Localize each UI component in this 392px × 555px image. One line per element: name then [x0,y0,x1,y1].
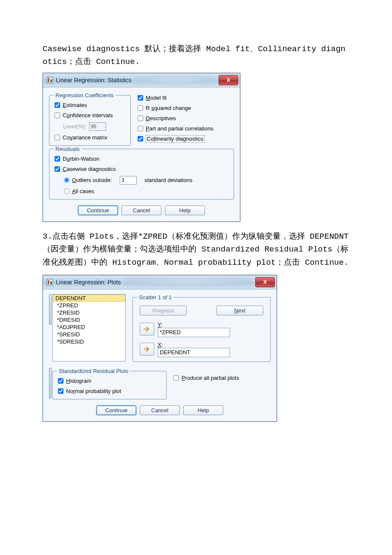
close-icon: X [263,279,267,285]
arrow-right-icon [144,326,150,332]
next-button[interactable]: Next [216,306,263,315]
paragraph-1: Casewise diagnostics 默认；接着选择 Model fit、C… [43,43,349,69]
titlebar-blur [135,76,214,84]
app-icon [46,279,53,286]
list-item[interactable]: *ZPRED [53,302,125,309]
list-item[interactable]: *ZRESID [53,309,125,316]
sd-input[interactable] [120,176,137,185]
svg-rect-2 [50,79,52,82]
model-fit-checkbox[interactable]: Model fit [138,95,213,101]
close-button[interactable]: X [219,75,238,85]
part-partial-correlations-checkbox[interactable]: Part and partial correlations [138,125,213,132]
button-row: Continue Cancel Help [49,405,271,415]
checkbox-label: Descriptives [146,115,176,122]
previous-button: Previous [140,306,187,315]
paragraph-2: 3.点击右侧 Plots，选择*ZPRED（标准化预测值）作为纵轴变量，选择 D… [43,230,349,269]
checkbox-label: Durbin-Watson [63,156,99,162]
dialog-title: Linear Regression: Plots [56,279,121,286]
statistics-dialog: Linear Regression: Statistics X Regressi… [43,73,240,222]
help-button[interactable]: Help [183,405,223,415]
all-cases-radio[interactable]: All cases [64,188,229,195]
level-input [89,122,106,131]
group-label: Regression Coefficients [54,92,115,98]
list-item[interactable]: *DRESID [53,316,125,324]
move-to-y-button[interactable] [140,323,154,335]
checkbox-label: Confidence intervals [63,112,113,119]
durbin-watson-checkbox[interactable]: Durbin-Watson [55,156,229,162]
normal-probability-plot-checkbox[interactable]: Normal probability plot [58,388,162,395]
residuals-group: Residuals Durbin-Watson Casewise diagnos… [49,146,234,199]
titlebar: Linear Regression: Plots X [43,275,277,289]
outliers-outside-radio[interactable]: Outliers outside: [64,177,112,184]
estimates-checkbox[interactable]: Estimates [55,102,126,109]
confidence-intervals-checkbox[interactable]: Confidence intervals [55,112,126,119]
checkbox-label: Collinearity diagnostics [146,136,204,142]
r-squared-change-checkbox[interactable]: R squared change [138,105,213,112]
continue-button[interactable]: Continue [96,405,136,415]
titlebar-blur [125,278,251,286]
scatter-group: Scatter 1 of 1 Previous Next Y [133,294,271,362]
checkbox-label: Histogram [66,378,91,384]
svg-rect-5 [50,281,52,284]
histogram-checkbox[interactable]: Histogram [58,378,162,384]
checkbox-label: Covariance matrix [63,134,107,141]
checkbox-label: Model fit [146,95,167,101]
checkbox-label: Normal probability plot [66,388,121,395]
app-icon [46,77,53,84]
sd-units-label: standard deviations [144,177,193,183]
continue-button[interactable]: Continue [78,205,118,215]
y-input[interactable] [158,328,230,337]
covariance-matrix-checkbox[interactable]: Covariance matrix [55,134,126,141]
left-handle [49,368,52,399]
group-label: Residuals [54,146,81,152]
dialog-title: Linear Regression: Statistics [56,77,131,84]
x-input[interactable] [158,348,230,357]
outliers-row: Outliers outside: standard deviations [64,176,229,185]
help-button[interactable]: Help [165,205,205,215]
list-item[interactable]: DEPENDNT [53,295,125,302]
cancel-button[interactable]: Cancel [140,405,180,415]
list-item[interactable]: *SRESID [53,331,125,338]
checkbox-label: Produce all partial plots [182,375,239,382]
button-row: Continue Cancel Help [49,205,234,215]
x-label: X: [158,341,230,348]
checkbox-label: Estimates [63,102,87,109]
checkbox-label: Casewise diagnostics [63,166,116,173]
plots-dialog: Linear Regression: Plots X DEPENDNT *ZPR… [43,275,277,422]
radio-label: Outliers outside: [72,177,112,184]
left-handle [49,294,52,325]
collinearity-diagnostics-checkbox[interactable]: Collinearity diagnostics [138,136,213,142]
level-field: Level(%): [63,122,126,131]
y-label: Y: [158,321,230,328]
level-label: Level(%): [63,123,86,130]
regression-coefficients-group: Regression Coefficients Estimates Confid… [49,92,131,146]
cancel-button[interactable]: Cancel [121,205,161,215]
radio-label: All cases [72,188,94,195]
svg-rect-4 [48,280,49,284]
descriptives-checkbox[interactable]: Descriptives [138,115,213,122]
casewise-diagnostics-checkbox[interactable]: Casewise diagnostics [55,166,229,173]
checkbox-label: R squared change [146,105,191,112]
produce-all-partial-plots-checkbox[interactable]: Produce all partial plots [173,375,239,382]
titlebar: Linear Regression: Statistics X [43,73,240,87]
arrow-right-icon [144,346,150,352]
list-item[interactable]: *SDRESID [53,338,125,345]
variable-list[interactable]: DEPENDNT *ZPRED *ZRESID *DRESID *ADJPRED… [52,294,126,361]
checkbox-label: Part and partial correlations [146,125,213,132]
group-label: Scatter 1 of 1 [137,294,173,301]
close-button[interactable]: X [255,277,275,287]
standardized-residual-plots-group: Standardized Residual Plots Histogram No… [52,368,167,399]
close-icon: X [227,77,231,83]
move-to-x-button[interactable] [140,343,154,356]
group-label: Standardized Residual Plots [57,368,130,374]
right-options: Model fit R squared change Descriptives [138,92,213,142]
svg-rect-1 [48,78,49,82]
list-item[interactable]: *ADJPRED [53,324,125,331]
